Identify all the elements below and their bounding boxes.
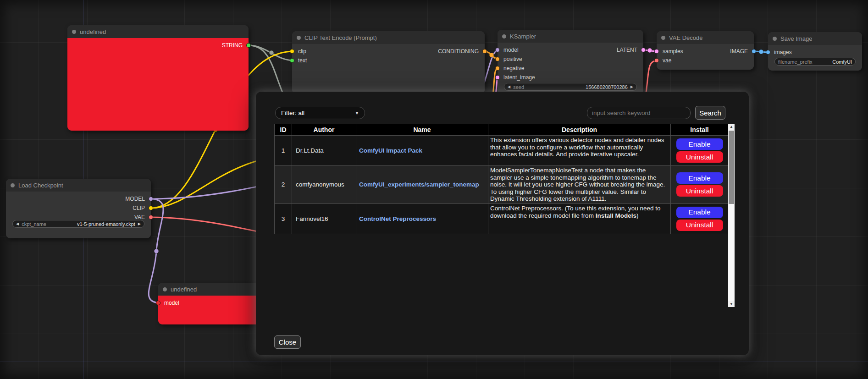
collapse-dot-icon[interactable] <box>773 37 777 41</box>
node-vae-decode[interactable]: VAE Decode samples vae IMAGE <box>657 31 754 70</box>
node-clip-text-encode[interactable]: CLIP Text Encode (Prompt) clip text COND… <box>292 31 485 94</box>
node-body: STRING <box>67 38 249 131</box>
enable-button[interactable]: Enable <box>676 172 723 184</box>
node-undefined-top[interactable]: undefined STRING <box>67 25 249 131</box>
filter-selected-value: Filter: all <box>281 110 304 116</box>
cell-install: Enable Uninstall <box>671 166 729 204</box>
uninstall-button[interactable]: Uninstall <box>676 185 723 197</box>
input-slot-text[interactable]: text <box>292 57 485 64</box>
output-slot-model[interactable]: MODEL <box>6 195 151 203</box>
search-button[interactable]: Search <box>695 106 725 120</box>
filename-prefix-widget[interactable]: filename_prefix ComfyUI <box>774 58 856 66</box>
header-id: ID <box>275 124 292 136</box>
input-dot-vae[interactable] <box>654 58 659 63</box>
cell-description: ControlNet Preprocessors. (To use this e… <box>488 203 671 234</box>
cell-description: This extension offers various detector n… <box>488 136 671 166</box>
slot-label: VAE <box>134 214 145 220</box>
increment-arrow-icon[interactable]: ▶ <box>630 85 633 89</box>
slot-label: negative <box>503 65 524 71</box>
table-row: 2 comfyanonymous ComfyUI_experiments/sam… <box>275 166 729 204</box>
link-dot <box>759 49 763 54</box>
uninstall-button[interactable]: Uninstall <box>676 220 723 231</box>
node-title: undefined <box>80 28 106 35</box>
scrollbar-up-arrow-icon[interactable]: ▲ <box>728 124 735 130</box>
slot-label: MODEL <box>125 196 145 202</box>
scrollbar-thumb[interactable] <box>729 131 734 204</box>
node-title-bar[interactable]: KSampler <box>498 30 643 43</box>
link-dot <box>647 48 652 53</box>
table-row: 1 Dr.Lt.Data ComfyUI Impact Pack This ex… <box>275 136 729 166</box>
node-title: CLIP Text Encode (Prompt) <box>304 34 377 41</box>
input-dot-text[interactable] <box>290 58 294 63</box>
cell-id: 3 <box>275 203 292 234</box>
output-slot-string[interactable]: STRING <box>67 42 249 49</box>
seed-widget[interactable]: ◀ seed 156680208700286 ▶ <box>504 83 637 91</box>
input-dot-positive[interactable] <box>495 57 500 61</box>
header-name: Name <box>356 124 488 136</box>
node-title-bar[interactable]: undefined <box>67 25 249 38</box>
output-dot-model[interactable] <box>149 197 153 201</box>
output-dot-vae[interactable] <box>149 215 153 220</box>
node-save-image[interactable]: Save Image images filename_prefix ComfyU… <box>768 32 862 71</box>
ckpt-name-widget[interactable]: ◀ ckpt_name v1-5-pruned-emaonly.ckpt ▶ <box>12 220 144 228</box>
node-ksampler[interactable]: KSampler model positive negative latent_… <box>498 30 643 94</box>
collapse-dot-icon[interactable] <box>297 36 301 40</box>
widget-value: 156680208700286 <box>586 84 628 90</box>
node-body: samples vae IMAGE <box>657 44 754 70</box>
input-dot-negative[interactable] <box>495 66 500 71</box>
extension-link[interactable]: ComfyUI_experiments/sampler_tonemap <box>359 181 479 188</box>
input-slot-positive[interactable]: positive <box>498 55 643 63</box>
search-input[interactable] <box>587 107 691 119</box>
output-slot-conditioning[interactable]: CONDITIONING <box>292 48 485 55</box>
output-slot-latent[interactable]: LATENT <box>498 46 643 54</box>
increment-arrow-icon[interactable]: ▶ <box>138 222 141 226</box>
input-dot-model[interactable] <box>156 301 160 305</box>
input-slot-images[interactable]: images <box>768 49 862 56</box>
slot-label: latent_image <box>503 74 535 81</box>
caret-down-icon: ▼ <box>355 111 359 115</box>
enable-button[interactable]: Enable <box>676 138 723 150</box>
collapse-dot-icon[interactable] <box>72 30 76 34</box>
collapse-dot-icon[interactable] <box>661 36 665 40</box>
input-dot-images[interactable] <box>766 50 770 55</box>
extension-link[interactable]: ComfyUI Impact Pack <box>359 147 422 154</box>
slot-label: STRING <box>222 42 243 49</box>
node-title: VAE Decode <box>669 34 702 41</box>
input-slot-negative[interactable]: negative <box>498 65 643 72</box>
node-load-checkpoint[interactable]: Load Checkpoint MODEL CLIP VAE ◀ ckpt_na… <box>6 179 151 238</box>
input-dot-latent-image[interactable] <box>495 75 500 80</box>
collapse-dot-icon[interactable] <box>502 34 506 38</box>
slot-label: CLIP <box>133 205 145 211</box>
cell-author: Dr.Lt.Data <box>292 136 356 166</box>
output-dot-clip[interactable] <box>149 206 153 210</box>
node-title-bar[interactable]: Load Checkpoint <box>6 179 151 192</box>
link-dot <box>154 249 159 253</box>
scrollbar-down-arrow-icon[interactable]: ▼ <box>728 301 735 307</box>
table-row: 3 Fannovel16 ControlNet Preprocessors Co… <box>275 203 729 234</box>
output-dot-image[interactable] <box>752 49 756 54</box>
decrement-arrow-icon[interactable]: ◀ <box>508 85 510 89</box>
decrement-arrow-icon[interactable]: ◀ <box>16 222 19 226</box>
slot-label: vae <box>663 57 671 64</box>
output-dot-latent[interactable] <box>641 48 646 52</box>
collapse-dot-icon[interactable] <box>11 183 15 187</box>
enable-button[interactable]: Enable <box>676 207 723 218</box>
output-dot-conditioning[interactable] <box>482 49 487 54</box>
input-slot-latent-image[interactable]: latent_image <box>498 74 643 81</box>
output-dot-string[interactable] <box>246 43 251 48</box>
header-description: Description <box>488 124 671 136</box>
input-slot-vae[interactable]: vae <box>657 57 754 64</box>
output-slot-clip[interactable]: CLIP <box>6 204 151 212</box>
widget-name: filename_prefix <box>778 59 813 65</box>
node-title-bar[interactable]: CLIP Text Encode (Prompt) <box>292 31 485 44</box>
table-scrollbar[interactable]: ▲ ▼ <box>728 124 735 307</box>
extension-link[interactable]: ControlNet Preprocessors <box>359 215 436 222</box>
uninstall-button[interactable]: Uninstall <box>676 151 723 163</box>
node-title-bar[interactable]: VAE Decode <box>657 31 754 44</box>
widget-value: v1-5-pruned-emaonly.ckpt <box>77 221 135 227</box>
filter-select[interactable]: Filter: all ▼ <box>275 107 365 119</box>
collapse-dot-icon[interactable] <box>163 287 167 291</box>
close-button[interactable]: Close <box>274 335 301 349</box>
output-slot-image[interactable]: IMAGE <box>657 48 754 55</box>
node-title-bar[interactable]: Save Image <box>768 32 862 45</box>
